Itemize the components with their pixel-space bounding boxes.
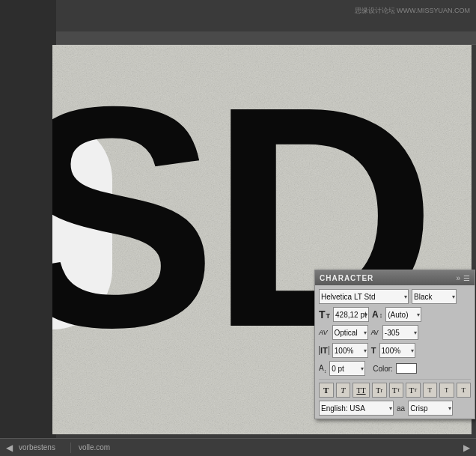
status-divider xyxy=(70,443,71,453)
bottom-bar: ◀ vorbestens volle.com ▶ xyxy=(0,438,476,456)
color-swatch[interactable] xyxy=(396,363,417,374)
horizontal-scale-icon: T xyxy=(371,346,376,355)
language-wrapper: English: USA xyxy=(319,401,394,416)
leading-icon: A xyxy=(372,310,379,319)
style-btn-underline[interactable]: TT xyxy=(353,383,370,398)
leading-select[interactable]: (Auto) xyxy=(385,307,421,322)
font-size-icon-group: T T xyxy=(319,309,330,320)
status-icon-left: ◀ xyxy=(6,443,13,453)
font-name-select[interactable]: Helvetica LT Std xyxy=(319,289,409,304)
anti-alias-wrapper: Crisp xyxy=(408,401,453,416)
panel-scroll-icon[interactable]: » xyxy=(456,274,460,282)
style-btn-subscript[interactable]: TT xyxy=(406,383,421,398)
kerning-select[interactable]: Optical xyxy=(332,325,368,340)
kerning-tracking-row: AV Optical AV -305 xyxy=(319,325,471,340)
horizontal-scale-select[interactable]: 100% xyxy=(379,343,415,358)
font-row: Helvetica LT Std Black xyxy=(319,289,471,304)
panel-menu-icon[interactable]: ☰ xyxy=(463,274,470,282)
vertical-scale-icon: IT xyxy=(319,346,329,355)
baseline-icon: A↕ xyxy=(319,364,326,374)
status-text-2: volle.com xyxy=(79,443,110,452)
leading-wrapper: (Auto) xyxy=(385,307,421,322)
font-name-wrapper: Helvetica LT Std xyxy=(319,289,409,304)
panel-header[interactable]: CHARACTER » ☰ xyxy=(315,270,475,285)
panel-header-controls: » ☰ xyxy=(456,274,470,282)
tracking-wrapper: -305 xyxy=(382,325,418,340)
style-btn-strikethrough[interactable]: Tr xyxy=(372,383,387,398)
language-select[interactable]: English: USA xyxy=(319,401,394,416)
vertical-scale-wrapper: 100% xyxy=(332,343,368,358)
status-left: ◀ vorbestens volle.com xyxy=(6,443,463,453)
ruler-top xyxy=(52,31,476,45)
tracking-select[interactable]: -305 xyxy=(382,325,418,340)
font-size-icon: T xyxy=(319,309,326,320)
kerning-wrapper: Optical xyxy=(332,325,368,340)
horizontal-scale-wrapper: 100% xyxy=(379,343,415,358)
anti-alias-icon: aa xyxy=(397,404,405,413)
baseline-select[interactable]: 0 pt xyxy=(329,361,365,376)
tracking-icon: AV xyxy=(371,329,378,336)
anti-alias-select[interactable]: Crisp xyxy=(408,401,453,416)
style-btn-smallcaps[interactable]: T xyxy=(439,383,454,398)
style-btn-superscript[interactable]: TT xyxy=(389,383,404,398)
language-row: English: USA aa Crisp xyxy=(319,401,471,416)
style-btn-italic[interactable]: T xyxy=(336,383,351,398)
status-text-1: vorbestens xyxy=(19,443,55,452)
scale-row: IT 100% T 100% xyxy=(319,343,471,358)
style-buttons-row: T T TT Tr TT TT T T T xyxy=(319,383,471,398)
panel-content: Helvetica LT Std Black T T 428,12 pt A xyxy=(315,285,475,419)
font-size-icon-sub: T xyxy=(326,313,331,320)
baseline-color-row: A↕ 0 pt Color: xyxy=(319,361,471,376)
baseline-wrapper: 0 pt xyxy=(329,361,365,376)
kerning-icon: AV xyxy=(319,329,328,336)
style-btn-frac[interactable]: T xyxy=(457,383,472,398)
font-style-select[interactable]: Black xyxy=(412,289,457,304)
color-label: Color: xyxy=(373,365,393,373)
panel-title: CHARACTER xyxy=(320,274,373,282)
size-leading-row: T T 428,12 pt A ↕ (Auto) xyxy=(319,307,471,322)
font-size-wrapper: 428,12 pt xyxy=(333,307,369,322)
panel-separator xyxy=(319,379,471,380)
character-panel: CHARACTER » ☰ Helvetica LT Std Black T xyxy=(314,270,475,419)
left-panel xyxy=(0,0,56,456)
leading-icon-group: A ↕ xyxy=(372,310,382,319)
status-icon-right: ▶ xyxy=(463,443,470,453)
vertical-scale-select[interactable]: 100% xyxy=(332,343,368,358)
style-btn-caps[interactable]: T xyxy=(423,383,438,398)
font-size-select[interactable]: 428,12 pt xyxy=(333,307,369,322)
font-style-wrapper: Black xyxy=(412,289,457,304)
watermark: 思缘设计论坛 WWW.MISSYUAN.COM xyxy=(355,6,471,16)
style-btn-bold[interactable]: T xyxy=(319,383,334,398)
